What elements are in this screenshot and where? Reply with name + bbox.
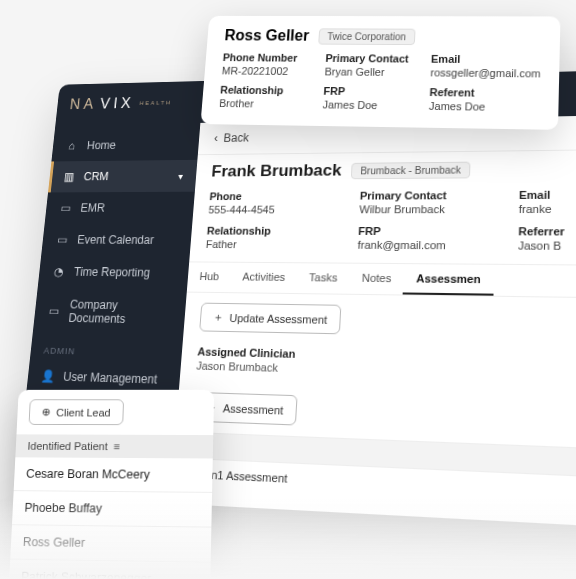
plus-icon: ⊕ bbox=[41, 406, 50, 418]
relationship-label: Relationship bbox=[207, 225, 345, 237]
tab-tasks[interactable]: Tasks bbox=[296, 263, 350, 294]
chevron-left-icon: ‹ bbox=[214, 132, 219, 145]
contact-card: Ross Geller Twice Corporation Phone Numb… bbox=[200, 16, 560, 130]
contact-name: Ross Geller bbox=[224, 27, 310, 44]
sidebar-item-label: EMR bbox=[80, 201, 106, 214]
person-name: Frank Brumback bbox=[211, 161, 342, 181]
sidebar-item-time-reporting[interactable]: ◔ Time Reporting bbox=[38, 256, 190, 290]
tab-assessment[interactable]: Assessmen bbox=[403, 264, 494, 296]
cc-email-value: rossgeller@gmail.com bbox=[430, 67, 541, 80]
cc-referent-value: James Doe bbox=[429, 100, 540, 113]
cc-phone-value: MR-20221002 bbox=[221, 65, 311, 77]
cc-frp-value: James Doe bbox=[322, 99, 415, 112]
tab-notes[interactable]: Notes bbox=[349, 264, 405, 295]
filter-icon[interactable]: ≡ bbox=[113, 441, 120, 453]
plus-icon: ＋ bbox=[212, 310, 224, 325]
logo: NAVIX HEALTH bbox=[69, 94, 173, 112]
user-icon: 👤 bbox=[40, 369, 54, 383]
sidebar-item-label: Time Reporting bbox=[73, 265, 150, 279]
logo-text-2: VIX bbox=[99, 95, 135, 112]
lead-list-header: Identified Patient ≡ bbox=[15, 434, 213, 458]
relationship-value: Father bbox=[205, 238, 343, 250]
clock-icon: ◔ bbox=[51, 265, 65, 278]
sidebar-item-company-documents[interactable]: ▭ Company Documents bbox=[33, 288, 187, 337]
primary-contact-value: Wilbur Brumback bbox=[359, 203, 504, 215]
phone-label: Phone bbox=[209, 190, 346, 202]
referrer-value: Jason B bbox=[518, 239, 576, 252]
cc-primary-contact-value: Bryan Geller bbox=[324, 66, 416, 78]
cc-relationship-value: Brother bbox=[219, 97, 310, 110]
folder-icon: ▭ bbox=[58, 202, 72, 215]
cc-relationship-label: Relationship bbox=[220, 84, 310, 97]
tab-activities[interactable]: Activities bbox=[230, 263, 298, 293]
update-assessment-button[interactable]: ＋ Update Assessment bbox=[199, 303, 341, 335]
home-icon: ⌂ bbox=[65, 139, 79, 152]
sidebar-item-label: Company Documents bbox=[68, 298, 173, 327]
phone-value: 555-444-4545 bbox=[208, 204, 345, 216]
lead-item[interactable]: Patrick Schwarzenegger bbox=[9, 560, 211, 579]
lead-card: ⊕ Client Lead Identified Patient ≡ Cesar… bbox=[9, 390, 215, 579]
cc-primary-contact-label: Primary Contact bbox=[325, 52, 417, 64]
lead-item[interactable]: Ross Geller bbox=[10, 525, 211, 563]
cc-frp-label: FRP bbox=[323, 85, 416, 98]
cc-phone-label: Phone Number bbox=[222, 52, 312, 64]
contact-chip: Twice Corporation bbox=[318, 28, 415, 45]
lead-header-label: Identified Patient bbox=[27, 440, 108, 452]
sidebar-item-label: Event Calendar bbox=[77, 233, 155, 247]
tab-hub[interactable]: Hub bbox=[187, 262, 232, 292]
content-panel: ‹ Back Frank Brumback Brumback - Brumbac… bbox=[170, 114, 576, 531]
update-assessment-label: Update Assessment bbox=[229, 312, 327, 326]
cc-referent-label: Referent bbox=[429, 86, 540, 99]
frp-label: FRP bbox=[358, 225, 504, 237]
lead-item[interactable]: Phoebe Buffay bbox=[12, 491, 212, 528]
email-label: Email bbox=[519, 188, 576, 201]
client-lead-button[interactable]: ⊕ Client Lead bbox=[29, 399, 124, 425]
client-lead-label: Client Lead bbox=[56, 406, 111, 418]
sidebar-item-event-calendar[interactable]: ▭ Event Calendar bbox=[41, 224, 192, 257]
lead-item[interactable]: Cesare Boran McCeery bbox=[14, 457, 213, 493]
chart-icon: ▥ bbox=[62, 170, 76, 183]
calendar-icon: ▭ bbox=[55, 233, 69, 246]
add-assessment-label: Assessment bbox=[223, 402, 284, 417]
sidebar-item-label: Home bbox=[86, 139, 116, 152]
chevron-down-icon: ▾ bbox=[178, 171, 184, 181]
document-icon: ▭ bbox=[47, 304, 61, 318]
logo-subtext: HEALTH bbox=[139, 100, 172, 106]
sidebar-item-label: User Management bbox=[63, 370, 158, 387]
sidebar-item-home[interactable]: ⌂ Home bbox=[51, 128, 200, 161]
cc-email-label: Email bbox=[431, 53, 541, 66]
person-chip: Brumback - Brumback bbox=[351, 161, 471, 179]
referrer-label: Referrer bbox=[518, 225, 576, 238]
back-label: Back bbox=[223, 131, 249, 144]
primary-contact-label: Primary Contact bbox=[360, 189, 505, 201]
email-value: franke bbox=[519, 203, 576, 216]
sidebar-item-label: CRM bbox=[83, 170, 109, 183]
frp-value: frank@gmail.com bbox=[357, 239, 503, 252]
sidebar-item-emr[interactable]: ▭ EMR bbox=[45, 192, 195, 224]
sidebar-item-crm[interactable]: ▥ CRM ▾ bbox=[48, 160, 197, 193]
logo-text-1: NA bbox=[69, 96, 98, 113]
